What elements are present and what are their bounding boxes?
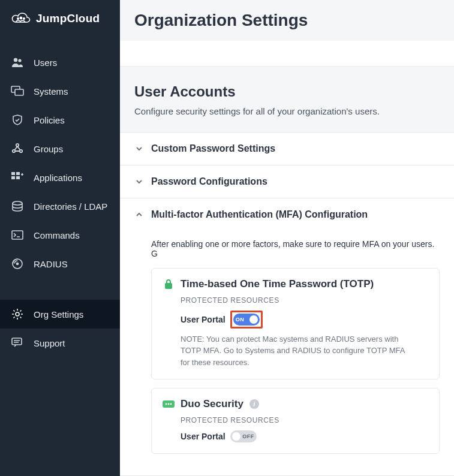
svg-point-17 <box>17 263 19 265</box>
brand-name: JumpCloud <box>36 12 100 25</box>
sidebar-item-commands[interactable]: Commands <box>0 221 120 249</box>
svg-rect-20 <box>165 283 172 289</box>
user-portal-label: User Portal <box>181 432 226 441</box>
support-icon <box>11 337 24 349</box>
mfa-helper-text: After enabling one or more factors, make… <box>151 239 440 258</box>
user-portal-toggle-row: User Portal OFF <box>181 430 428 442</box>
section-subtitle: Configure security settings for all of y… <box>134 105 440 119</box>
svg-rect-6 <box>15 89 23 95</box>
info-icon[interactable]: i <box>249 399 259 409</box>
accordion-mfa-content: After enabling one or more factors, make… <box>120 231 454 477</box>
accordion-label: Multi-factor Authentication (MFA) Config… <box>151 209 368 220</box>
duo-icon <box>163 398 175 410</box>
brand-logo: JumpCloud <box>0 7 120 37</box>
svg-point-2 <box>23 17 25 20</box>
svg-rect-15 <box>12 231 23 239</box>
sidebar-item-users[interactable]: Users <box>0 48 120 77</box>
shield-icon <box>11 114 24 126</box>
sidebar-item-systems[interactable]: Systems <box>0 77 120 106</box>
svg-point-9 <box>20 150 22 152</box>
main-content: Organization Settings User Accounts Conf… <box>120 0 454 476</box>
sidebar-item-org-settings[interactable]: Org Settings <box>0 300 120 329</box>
settings-icon <box>11 308 24 320</box>
svg-rect-19 <box>12 338 22 345</box>
secondary-nav: Org Settings Support <box>0 300 120 357</box>
highlight-callout: ON <box>230 311 263 329</box>
user-portal-label: User Portal <box>181 315 226 324</box>
toggle-state-text: ON <box>236 317 245 323</box>
systems-icon <box>11 85 24 97</box>
user-portal-toggle-row: User Portal ON <box>181 311 428 329</box>
user-portal-toggle[interactable]: OFF <box>230 430 257 442</box>
sidebar-item-label: Directories / LDAP <box>34 201 107 212</box>
section-title: User Accounts <box>134 83 440 100</box>
sidebar-item-label: Systems <box>34 86 68 97</box>
radius-icon <box>11 258 24 270</box>
svg-point-4 <box>18 59 21 62</box>
sidebar-item-label: Commands <box>34 230 80 240</box>
primary-nav: Users Systems Policies Groups Applicatio… <box>0 48 120 278</box>
accordion-label: Custom Password Settings <box>151 143 275 154</box>
svg-point-22 <box>166 403 167 405</box>
svg-rect-13 <box>16 176 20 179</box>
sidebar-item-support[interactable]: Support <box>0 329 120 357</box>
accordion-password-config[interactable]: Password Configurations <box>120 165 454 198</box>
sidebar-item-label: Groups <box>34 144 63 154</box>
svg-point-3 <box>14 58 17 62</box>
chevron-down-icon <box>134 144 144 153</box>
accordion-label: Password Configurations <box>151 176 267 187</box>
lock-icon <box>163 278 175 290</box>
svg-rect-10 <box>11 172 15 175</box>
card-totp: Time-based One Time Password (TOTP) PROT… <box>151 268 440 380</box>
card-title: Time-based One Time Password (TOTP) <box>181 278 374 290</box>
users-icon <box>11 56 24 68</box>
svg-point-23 <box>168 403 170 405</box>
groups-icon <box>11 143 24 155</box>
sidebar-item-label: Applications <box>34 173 82 183</box>
sidebar-item-label: Policies <box>34 115 65 125</box>
sidebar-item-directories[interactable]: Directories / LDAP <box>0 192 120 221</box>
svg-point-18 <box>16 312 19 316</box>
user-accounts-header: User Accounts Configure security setting… <box>120 67 454 123</box>
toggle-knob <box>232 432 240 441</box>
sidebar-item-applications[interactable]: Applications <box>0 163 120 192</box>
sidebar-item-radius[interactable]: RADIUS <box>0 249 120 278</box>
sidebar-item-groups[interactable]: Groups <box>0 134 120 163</box>
svg-point-0 <box>17 17 19 20</box>
sidebar-item-label: Support <box>34 338 65 348</box>
protected-resources-label: PROTECTED RESOURCES <box>181 296 428 305</box>
toggle-knob <box>249 315 258 324</box>
directories-icon <box>11 200 24 212</box>
sidebar-item-policies[interactable]: Policies <box>0 106 120 134</box>
user-portal-toggle[interactable]: ON <box>233 314 260 326</box>
top-white-panel <box>120 41 454 67</box>
card-duo: Duo Security i PROTECTED RESOURCES User … <box>151 388 440 454</box>
sidebar-item-label: RADIUS <box>34 259 68 269</box>
protected-resources-label: PROTECTED RESOURCES <box>181 416 428 424</box>
commands-icon <box>11 229 24 241</box>
totp-note: NOTE: You can protect Mac systems and RA… <box>181 333 408 369</box>
chevron-up-icon <box>134 210 144 219</box>
svg-point-7 <box>16 144 19 146</box>
applications-icon <box>11 171 24 183</box>
sidebar-item-label: Users <box>34 58 57 68</box>
svg-point-1 <box>20 17 23 20</box>
accordion-custom-password[interactable]: Custom Password Settings <box>120 132 454 165</box>
svg-point-8 <box>13 150 15 152</box>
accordion-mfa[interactable]: Multi-factor Authentication (MFA) Config… <box>120 198 454 231</box>
toggle-state-text: OFF <box>242 433 254 439</box>
chevron-down-icon <box>134 177 144 186</box>
svg-point-24 <box>170 403 172 405</box>
cloud-people-icon <box>11 12 31 25</box>
settings-accordion: Custom Password Settings Password Config… <box>120 132 454 477</box>
sidebar: JumpCloud Users Systems Policies Groups <box>0 0 120 476</box>
sidebar-item-label: Org Settings <box>34 309 83 320</box>
svg-point-14 <box>13 201 22 205</box>
svg-rect-12 <box>11 176 15 179</box>
card-title: Duo Security <box>181 398 243 410</box>
svg-rect-11 <box>16 172 20 175</box>
page-title: Organization Settings <box>120 0 454 41</box>
